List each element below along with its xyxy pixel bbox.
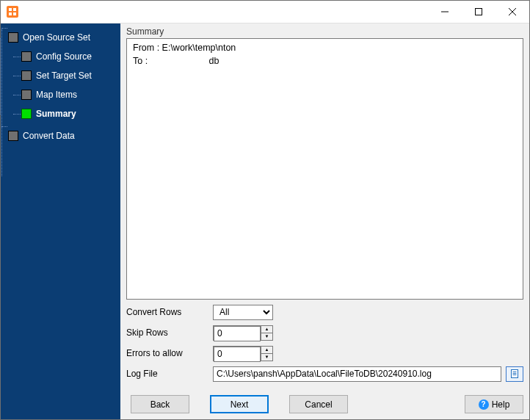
- label-log-file: Log File: [126, 369, 213, 379]
- svg-rect-0: [9, 8, 12, 11]
- node-label: Summary: [36, 109, 76, 119]
- title-bar: [1, 1, 529, 23]
- row-skip-rows: Skip Rows ▲ ▼: [126, 325, 523, 341]
- input-errors-allow[interactable]: [214, 347, 261, 362]
- wizard-step-config-source[interactable]: Config Source: [21, 47, 120, 66]
- node-icon: [21, 109, 32, 119]
- button-label: Help: [492, 399, 510, 410]
- maximize-button[interactable]: [462, 1, 495, 23]
- row-errors-allow: Errors to allow ▲ ▼: [126, 345, 523, 361]
- wizard-step-map-items[interactable]: Map Items: [21, 85, 120, 104]
- options-form: Convert Rows All Skip Rows ▲ ▼: [126, 304, 523, 386]
- svg-rect-3: [13, 12, 16, 15]
- row-convert-rows: Convert Rows All: [126, 304, 523, 320]
- label-convert-rows: Convert Rows: [126, 307, 213, 317]
- spin-down-icon[interactable]: ▼: [261, 354, 272, 361]
- button-label: Back: [150, 399, 170, 410]
- back-button[interactable]: Back: [131, 395, 189, 413]
- node-label: Config Source: [36, 51, 92, 62]
- window-controls: [428, 1, 529, 23]
- wizard-step-summary[interactable]: Summary: [21, 104, 120, 123]
- help-button[interactable]: ? Help: [465, 395, 523, 413]
- app-icon: [7, 6, 18, 18]
- wizard-steps-sidebar: Open Source Set Config Source Set Target…: [1, 23, 120, 419]
- document-icon: [509, 369, 520, 379]
- spin-down-icon[interactable]: ▼: [261, 333, 272, 340]
- row-log-file: Log File: [126, 366, 523, 382]
- label-skip-rows: Skip Rows: [126, 327, 213, 338]
- node-label: Convert Data: [23, 131, 75, 141]
- input-skip-rows[interactable]: [214, 326, 261, 341]
- close-button[interactable]: [495, 1, 529, 23]
- summary-textarea[interactable]: From : E:\work\temp\nton To : db: [126, 38, 523, 300]
- wizard-step-convert-data[interactable]: Convert Data: [8, 126, 120, 145]
- help-icon: ?: [479, 399, 489, 410]
- select-convert-rows[interactable]: All: [213, 305, 273, 320]
- main-panel: Summary From : E:\work\temp\nton To : db…: [120, 23, 529, 419]
- cancel-button[interactable]: Cancel: [289, 395, 348, 413]
- wizard-footer: Back Next Cancel ? Help: [120, 389, 529, 419]
- spin-up-icon[interactable]: ▲: [261, 326, 272, 333]
- spinner-errors-allow[interactable]: ▲ ▼: [213, 346, 273, 361]
- wizard-step-set-target-set[interactable]: Set Target Set: [21, 66, 120, 85]
- spinner-skip-rows[interactable]: ▲ ▼: [213, 325, 273, 341]
- svg-rect-5: [476, 9, 482, 15]
- svg-rect-1: [13, 8, 16, 11]
- svg-rect-2: [9, 12, 12, 15]
- browse-log-file-button[interactable]: [506, 366, 523, 382]
- node-icon: [21, 51, 32, 62]
- wizard-step-open-source-set[interactable]: Open Source Set: [8, 28, 120, 47]
- node-icon: [21, 70, 32, 81]
- button-label: Cancel: [305, 399, 332, 410]
- minimize-button[interactable]: [428, 1, 462, 23]
- node-label: Open Source Set: [23, 32, 90, 43]
- next-button[interactable]: Next: [210, 395, 269, 413]
- input-log-file[interactable]: [213, 366, 501, 382]
- button-label: Next: [230, 399, 249, 410]
- node-label: Map Items: [36, 90, 77, 100]
- node-icon: [8, 32, 18, 43]
- node-icon: [8, 131, 18, 141]
- spin-up-icon[interactable]: ▲: [261, 347, 272, 354]
- node-icon: [21, 90, 32, 100]
- node-label: Set Target Set: [36, 70, 92, 81]
- section-title: Summary: [120, 23, 529, 38]
- app-window: Open Source Set Config Source Set Target…: [0, 0, 530, 420]
- label-errors-allow: Errors to allow: [126, 348, 213, 358]
